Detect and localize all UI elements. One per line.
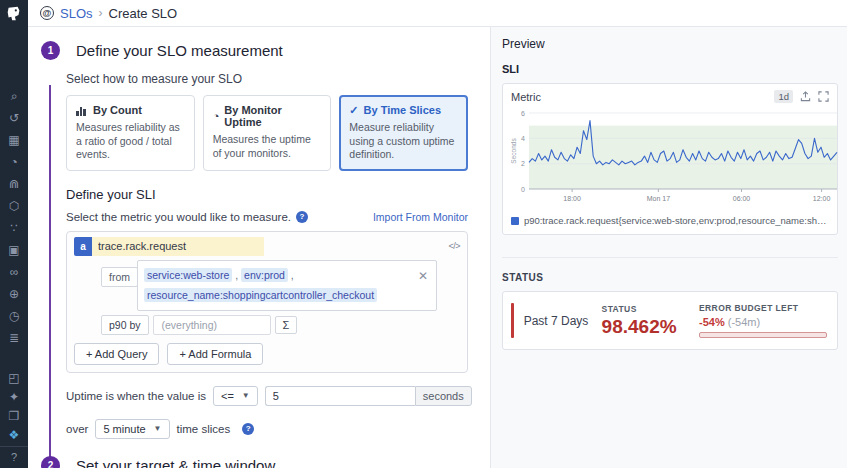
group-by-input[interactable]: (everything) xyxy=(153,315,271,335)
comparator-select[interactable]: <=▼ xyxy=(213,386,258,406)
monitor-gauge-icon: ◔ xyxy=(213,111,220,122)
aggregation-dropdown[interactable]: p90 by xyxy=(101,315,149,335)
app-sidebar: ⌕↺▦◔⋒⬡∵▣∞⊕◷≣ ◰✦❐❖ ? xyxy=(0,0,28,468)
main-content: 1 Define your SLO measurement Select how… xyxy=(28,27,490,468)
status-value: 98.462% xyxy=(602,316,699,338)
create-slo-page: ⌕↺▦◔⋒⬡∵▣∞⊕◷≣ ◰✦❐❖ ? @ SLOs › Create SLO … xyxy=(0,0,847,468)
bar-chart-icon xyxy=(76,105,88,116)
budget-progress-bar xyxy=(699,332,827,338)
budget-minutes: (-54m) xyxy=(728,316,760,328)
budget-percent: -54% xyxy=(699,316,725,328)
chevron-down-icon: ▼ xyxy=(154,424,162,433)
metric-card-title: Metric xyxy=(511,91,541,103)
legend-label: p90:trace.rack.request{service:web-store… xyxy=(524,215,829,226)
add-query-button[interactable]: + Add Query xyxy=(74,343,159,365)
filter-tag[interactable]: service:web-store xyxy=(144,268,232,282)
over-label: over xyxy=(66,423,88,435)
legend-swatch xyxy=(511,217,519,225)
web-icon[interactable]: ⊕ xyxy=(3,286,25,301)
apm-icon[interactable]: ⬡ xyxy=(3,198,25,213)
chart-legend: p90:trace.rack.request{service:web-store… xyxy=(511,215,829,226)
sidebar-nav-bottom: ◰✦❐❖ xyxy=(3,370,25,442)
measure-card-desc: Measures the uptime of your monitors. xyxy=(213,133,322,160)
metric-preview-card: Metric 1d 0246Seconds18:00Mon 1706:0012:… xyxy=(502,83,838,235)
metric-name-input[interactable] xyxy=(92,237,264,256)
sli-chart: 0246Seconds18:00Mon 1706:0012:00 xyxy=(511,107,841,207)
breadcrumb-separator: › xyxy=(99,6,103,20)
svg-text:12:00: 12:00 xyxy=(813,195,831,202)
status-period: Past 7 Days xyxy=(524,314,602,328)
dashboards-icon[interactable]: ▣ xyxy=(3,242,25,257)
sli-label: SLI xyxy=(502,63,838,75)
time-slices-label: time slices xyxy=(177,423,231,435)
error-budget-label: ERROR BUDGET LEFT xyxy=(699,303,827,313)
import-from-monitor-link[interactable]: Import From Monitor xyxy=(373,211,468,223)
measure-subtitle: Select how to measure your SLO xyxy=(66,72,490,86)
filter-tags: service:web-store , env:prod , resource_… xyxy=(144,265,412,306)
tag-separator: , xyxy=(232,269,241,281)
threshold-value-input[interactable] xyxy=(265,386,415,406)
measure-card-desc: Measure reliability using a custom uptim… xyxy=(349,121,458,162)
time-slice-select[interactable]: 5 minute▼ xyxy=(95,419,169,439)
svg-text:2: 2 xyxy=(521,160,525,167)
monitors-icon[interactable]: ◔ xyxy=(3,154,25,169)
expand-icon[interactable] xyxy=(818,91,829,102)
slo-at-icon: @ xyxy=(40,6,54,20)
help-icon[interactable]: ? xyxy=(296,211,308,223)
breadcrumb-slos-link[interactable]: SLOs xyxy=(60,6,93,21)
threshold-unit-label: seconds xyxy=(415,386,472,406)
measure-card-by-time-slices[interactable]: ✓By Time SlicesMeasure reliability using… xyxy=(339,95,468,171)
logs-icon[interactable]: ≣ xyxy=(3,330,25,345)
preview-panel: Preview SLI Metric 1d 0246Seconds18:00Mo… xyxy=(490,27,847,468)
search-icon[interactable]: ⌕ xyxy=(3,88,25,103)
measure-card-label: By Count xyxy=(93,104,142,116)
notebooks-icon[interactable]: ✦ xyxy=(3,389,25,404)
query-letter-badge: a xyxy=(74,237,92,256)
svg-text:6: 6 xyxy=(521,110,525,117)
integrations-icon[interactable]: ∞ xyxy=(3,264,25,279)
step-rail xyxy=(49,85,51,468)
close-icon[interactable]: ✕ xyxy=(412,265,430,283)
filter-tag[interactable]: resource_name:shoppingcartcontroller_che… xyxy=(144,288,377,302)
measure-card-label: By Time Slices xyxy=(364,104,441,116)
svg-text:Seconds: Seconds xyxy=(511,138,517,164)
code-view-icon[interactable]: </> xyxy=(448,241,460,251)
page-title: Create SLO xyxy=(109,6,178,21)
measure-card-by-count[interactable]: By CountMeasures reliability as a ratio … xyxy=(66,95,195,171)
help-icon[interactable]: ? xyxy=(0,446,28,466)
from-label: from xyxy=(101,267,138,287)
measure-card-by-monitor-uptime[interactable]: ◔By Monitor UptimeMeasures the uptime of… xyxy=(203,95,332,171)
chevron-down-icon: ▼ xyxy=(242,391,250,400)
help-icon[interactable]: ? xyxy=(242,423,254,435)
metric-query-editor: a </> from service:web-store , env:prod … xyxy=(66,231,468,373)
watchdog-icon[interactable]: ⋒ xyxy=(3,176,25,191)
measure-card-label: By Monitor Uptime xyxy=(224,104,321,128)
bits-icon[interactable]: ❖ xyxy=(3,427,25,442)
service-map-icon[interactable]: ∵ xyxy=(3,220,25,235)
gauge-icon[interactable]: ◷ xyxy=(3,308,25,323)
sigma-button[interactable]: Σ xyxy=(275,316,298,334)
history-icon[interactable]: ↺ xyxy=(3,110,25,125)
sli-subtitle: Select the metric you would like to meas… xyxy=(66,211,291,223)
svg-text:18:00: 18:00 xyxy=(563,195,581,202)
filter-tag-group[interactable]: service:web-store , env:prod , resource_… xyxy=(137,260,437,311)
export-icon[interactable] xyxy=(800,91,811,102)
synthetics-icon[interactable]: ◰ xyxy=(3,370,25,385)
svg-text:06:00: 06:00 xyxy=(733,195,751,202)
step-1-title: Define your SLO measurement xyxy=(76,42,283,59)
step-2-title: Set your target & time window xyxy=(76,457,275,468)
status-section-heading: STATUS xyxy=(502,257,838,283)
time-range-badge[interactable]: 1d xyxy=(774,90,793,103)
status-label: STATUS xyxy=(602,304,699,314)
status-accent-bar xyxy=(511,303,514,338)
filter-tag[interactable]: env:prod xyxy=(241,268,288,282)
preview-title: Preview xyxy=(502,37,838,51)
add-formula-button[interactable]: + Add Formula xyxy=(167,343,263,365)
status-card: Past 7 Days STATUS 98.462% ERROR BUDGET … xyxy=(502,291,838,350)
sidebar-nav-top: ⌕↺▦◔⋒⬡∵▣∞⊕◷≣ xyxy=(3,88,25,345)
metrics-icon[interactable]: ▦ xyxy=(3,132,25,147)
checkmark-icon: ✓ xyxy=(349,105,358,116)
datadog-logo-icon[interactable] xyxy=(0,0,28,28)
sli-section-title: Define your SLI xyxy=(66,187,490,202)
windows-icon[interactable]: ❐ xyxy=(3,408,25,423)
